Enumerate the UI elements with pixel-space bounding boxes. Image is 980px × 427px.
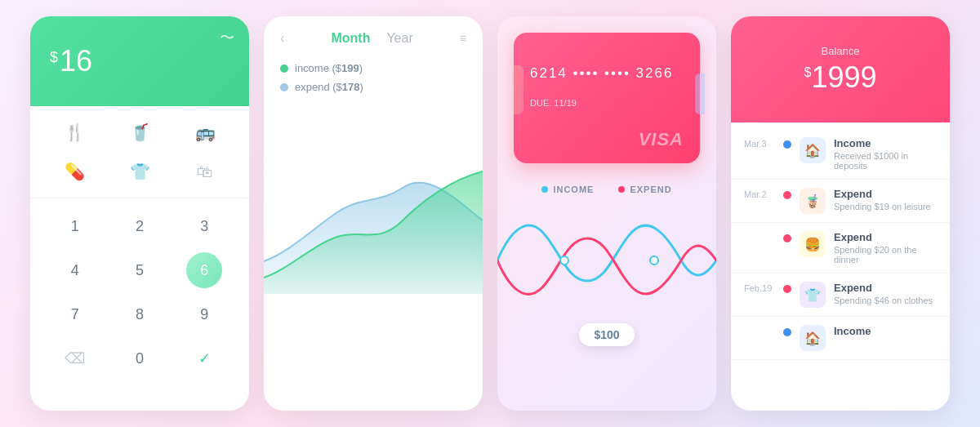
chart-area xyxy=(264,114,483,294)
tx-status-dot xyxy=(783,285,791,293)
card-due-date: DUE. 11/19 xyxy=(530,98,684,108)
chart-tabs: Month Year xyxy=(331,31,412,46)
tx-title: Expend xyxy=(834,188,937,200)
intersect-dot-1 xyxy=(560,256,568,265)
ie-labels: INCOME EXPEND xyxy=(497,171,716,207)
card-right-tab xyxy=(695,73,705,114)
transaction-item[interactable]: Mar.3 🏠 Income Received $1000 in deposit… xyxy=(731,129,950,180)
key-1[interactable]: 1 xyxy=(43,205,106,247)
tx-info: Expend Spending $20 on the dinner xyxy=(834,231,937,265)
tx-title: Expend xyxy=(834,282,937,294)
balance-card: Balance $ 1999 xyxy=(731,16,950,122)
expend-text: EXPEND xyxy=(630,185,671,194)
panels-container: $ 16 〜 🍴 🥤 🚌 💊 👕 🛍 1 2 3 4 5 6 7 8 9 ⌫ 0… xyxy=(0,0,980,427)
income-dot xyxy=(541,186,548,193)
tx-date: Mar.2 xyxy=(744,188,775,199)
legend-expend: expend ($178) xyxy=(280,81,466,93)
key-confirm[interactable]: ✓ xyxy=(173,337,236,380)
category-health[interactable]: 💊 xyxy=(43,153,105,189)
key-4[interactable]: 4 xyxy=(43,249,106,291)
tx-desc: Spending $20 on the dinner xyxy=(834,245,937,265)
calculator-panel: $ 16 〜 🍴 🥤 🚌 💊 👕 🛍 1 2 3 4 5 6 7 8 9 ⌫ 0… xyxy=(30,16,249,411)
tx-icon-income2: 🏠 xyxy=(800,325,826,351)
tx-date: Mar.3 xyxy=(744,137,775,149)
credit-card: 6214 •••• •••• 3266 DUE. 11/19 VISA xyxy=(514,33,700,163)
card-display: 6214 •••• •••• 3266 DUE. 11/19 VISA xyxy=(497,16,716,171)
card-side-strip xyxy=(514,65,523,114)
area-chart-svg xyxy=(264,114,483,294)
intersect-dot-2 xyxy=(650,256,658,265)
key-3[interactable]: 3 xyxy=(173,205,236,247)
key-5[interactable]: 5 xyxy=(108,249,171,291)
expend-label: expend ($178) xyxy=(295,81,363,93)
income-label: income ($199) xyxy=(295,62,363,74)
tx-title: Income xyxy=(834,137,937,149)
key-0[interactable]: 0 xyxy=(108,337,171,380)
chart-legend: income ($199) expend ($178) xyxy=(264,56,483,106)
chart-panel: ‹ Month Year ≡ income ($199) expend ($17… xyxy=(264,16,483,411)
key-7[interactable]: 7 xyxy=(43,293,106,336)
tx-date xyxy=(744,231,775,233)
chart-back-button[interactable]: ‹ xyxy=(280,31,284,46)
tx-icon-income: 🏠 xyxy=(800,137,826,163)
tx-status-dot xyxy=(783,140,791,149)
wave-chart-svg xyxy=(497,207,716,314)
tx-info: Expend Spending $46 on clothes xyxy=(834,282,937,305)
tx-date: Feb.19 xyxy=(744,282,775,293)
card-panel: 6214 •••• •••• 3266 DUE. 11/19 VISA INCO… xyxy=(497,16,716,411)
expend-label: EXPEND xyxy=(618,185,671,194)
calc-keypad: 1 2 3 4 5 6 7 8 9 ⌫ 0 ✓ xyxy=(30,198,249,386)
tx-status-dot xyxy=(783,191,791,199)
tab-month[interactable]: Month xyxy=(331,31,370,46)
expend-dot xyxy=(618,186,625,193)
calc-value: 16 xyxy=(60,44,92,78)
category-clothing[interactable]: 👕 xyxy=(109,153,171,189)
tx-desc: Spending $19 on leisure xyxy=(834,202,937,211)
wave-icon: 〜 xyxy=(220,28,234,47)
key-backspace[interactable]: ⌫ xyxy=(43,337,106,380)
balance-value: 1999 xyxy=(811,60,876,95)
category-food[interactable]: 🍴 xyxy=(43,114,105,150)
key-9[interactable]: 9 xyxy=(173,293,236,336)
expend-dot xyxy=(280,83,288,91)
transaction-item[interactable]: 🏠 Income xyxy=(731,317,950,360)
transaction-item[interactable]: Feb.19 👕 Expend Spending $46 on clothes xyxy=(731,274,950,317)
income-dot xyxy=(280,64,288,73)
income-text: INCOME xyxy=(553,185,594,194)
calc-categories: 🍴 🥤 🚌 💊 👕 🛍 xyxy=(30,106,249,198)
card-brand: VISA xyxy=(639,129,684,150)
key-6[interactable]: 6 xyxy=(186,252,222,288)
balance-amount: $ 1999 xyxy=(804,60,877,95)
blue-wave xyxy=(497,225,716,281)
category-transport[interactable]: 🚌 xyxy=(174,114,236,150)
tx-icon-drinks: 🧋 xyxy=(800,188,826,214)
calc-currency: $ xyxy=(50,49,58,66)
transactions-panel: Balance $ 1999 Mar.3 🏠 Income Received $… xyxy=(731,16,950,411)
transaction-item[interactable]: 🍔 Expend Spending $20 on the dinner xyxy=(731,223,950,274)
calc-amount: $ 16 xyxy=(50,44,92,78)
amount-badge-container: $100 xyxy=(497,323,716,346)
amount-badge: $100 xyxy=(579,323,634,346)
tx-title: Expend xyxy=(834,231,937,243)
tx-title: Income xyxy=(834,325,937,337)
tx-desc: Received $1000 in deposits xyxy=(834,151,937,171)
chart-header: ‹ Month Year ≡ xyxy=(264,16,483,56)
tx-info: Income xyxy=(834,325,937,339)
tx-status-dot xyxy=(783,328,791,336)
pink-wave xyxy=(497,238,716,294)
category-shopping[interactable]: 🛍 xyxy=(174,153,236,189)
key-2[interactable]: 2 xyxy=(108,205,171,247)
tx-status-dot xyxy=(783,234,791,242)
income-label: INCOME xyxy=(541,185,594,194)
calc-header: $ 16 〜 xyxy=(30,16,249,106)
key-8[interactable]: 8 xyxy=(108,293,171,336)
transaction-item[interactable]: Mar.2 🧋 Expend Spending $19 on leisure xyxy=(731,180,950,223)
tab-year[interactable]: Year xyxy=(386,31,412,46)
chart-menu-icon[interactable]: ≡ xyxy=(460,32,466,45)
card-number: 6214 •••• •••• 3266 xyxy=(530,65,684,82)
tx-info: Income Received $1000 in deposits xyxy=(834,137,937,171)
category-drinks[interactable]: 🥤 xyxy=(109,114,171,150)
tx-desc: Spending $46 on clothes xyxy=(834,296,937,305)
legend-income: income ($199) xyxy=(280,62,466,74)
tx-icon-food: 🍔 xyxy=(800,231,826,257)
